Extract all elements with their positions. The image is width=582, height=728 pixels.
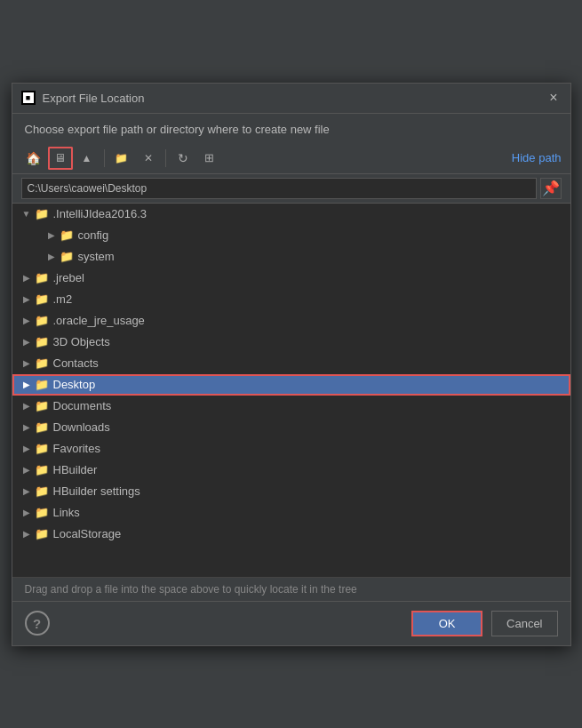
up-button[interactable]: ▲ bbox=[75, 147, 100, 170]
item-label-hbuilderset: HBuilder settings bbox=[53, 484, 140, 498]
tree-item-links[interactable]: ▶📁Links bbox=[12, 502, 570, 524]
expand-arrow-oracle[interactable]: ▶ bbox=[20, 316, 34, 325]
refresh-icon: ↻ bbox=[178, 151, 188, 165]
expand-arrow-documents[interactable]: ▶ bbox=[20, 401, 34, 411]
show-hidden-button[interactable]: ⊞ bbox=[197, 147, 222, 170]
expand-arrow-intellijidea[interactable]: ▼ bbox=[20, 209, 34, 219]
tree-item-jrebel[interactable]: ▶📁.jrebel bbox=[12, 268, 570, 289]
expand-arrow-links[interactable]: ▶ bbox=[20, 508, 34, 517]
item-label-documents: Documents bbox=[53, 399, 112, 412]
tree-item-hbuilder[interactable]: ▶📁HBuilder bbox=[12, 460, 570, 481]
up-icon: ▲ bbox=[82, 152, 92, 164]
expand-arrow-config[interactable]: ▶ bbox=[44, 230, 59, 240]
dialog-title: Export File Location bbox=[43, 92, 145, 105]
folder-icon-intellijidea: 📁 bbox=[34, 207, 50, 220]
folder-icon-downloads: 📁 bbox=[34, 420, 50, 434]
separator-2 bbox=[165, 149, 166, 167]
expand-arrow-downloads[interactable]: ▶ bbox=[20, 422, 34, 432]
expand-arrow-jrebel[interactable]: ▶ bbox=[20, 273, 34, 283]
title-bar: ■ Export File Location × bbox=[12, 84, 570, 114]
tree-item-favorites[interactable]: ▶📁Favorites bbox=[12, 438, 570, 460]
close-button[interactable]: × bbox=[546, 89, 561, 107]
item-label-downloads: Downloads bbox=[53, 420, 110, 434]
folder-icon-localstorage: 📁 bbox=[34, 527, 50, 540]
delete-icon: ✕ bbox=[144, 152, 153, 164]
refresh-button[interactable]: ↻ bbox=[171, 147, 195, 170]
item-label-desktop: Desktop bbox=[53, 378, 96, 391]
item-label-contacts: Contacts bbox=[53, 356, 99, 370]
path-bar: 📌 bbox=[12, 174, 570, 204]
hide-path-button[interactable]: Hide path bbox=[512, 151, 562, 164]
expand-arrow-hbuilder[interactable]: ▶ bbox=[20, 465, 34, 475]
item-label-m2: .m2 bbox=[53, 292, 73, 306]
item-label-links: Links bbox=[53, 506, 80, 519]
help-button[interactable]: ? bbox=[25, 611, 50, 636]
item-label-intellijidea: .IntelliJIdea2016.3 bbox=[53, 207, 147, 220]
item-label-favorites: Favorites bbox=[53, 442, 100, 455]
tree-item-config[interactable]: ▶📁config bbox=[12, 225, 570, 246]
tree-item-downloads[interactable]: ▶📁Downloads bbox=[12, 417, 570, 438]
desktop-button[interactable]: 🖥 bbox=[48, 147, 73, 170]
tree-item-system[interactable]: ▶📁system bbox=[12, 246, 570, 268]
tree-item-m2[interactable]: ▶📁.m2 bbox=[12, 289, 570, 310]
new-folder-icon: 📁 bbox=[115, 152, 128, 164]
footer: ? OK Cancel bbox=[12, 601, 570, 645]
expand-arrow-localstorage[interactable]: ▶ bbox=[20, 529, 34, 539]
item-label-system: system bbox=[78, 250, 115, 263]
expand-arrow-hbuilderset[interactable]: ▶ bbox=[20, 486, 34, 496]
item-label-localstorage: LocalStorage bbox=[53, 527, 122, 540]
path-input[interactable] bbox=[21, 178, 537, 199]
ok-button[interactable]: OK bbox=[411, 611, 482, 636]
tree-item-oracle[interactable]: ▶📁.oracle_jre_usage bbox=[12, 310, 570, 332]
cancel-button[interactable]: Cancel bbox=[491, 611, 557, 636]
expand-arrow-desktop[interactable]: ▶ bbox=[20, 380, 34, 389]
tree-item-3dobjects[interactable]: ▶📁3D Objects bbox=[12, 332, 570, 353]
tree-item-hbuilderset[interactable]: ▶📁HBuilder settings bbox=[12, 481, 570, 502]
separator-1 bbox=[104, 149, 105, 167]
file-tree[interactable]: ▼📁.IntelliJIdea2016.3▶📁config▶📁system▶📁.… bbox=[12, 204, 570, 577]
export-file-location-dialog: ■ Export File Location × Choose export f… bbox=[12, 83, 571, 646]
tree-item-contacts[interactable]: ▶📁Contacts bbox=[12, 353, 570, 374]
show-hidden-icon: ⊞ bbox=[204, 151, 214, 164]
drag-hint: Drag and drop a file into the space abov… bbox=[12, 577, 570, 601]
bookmark-icon: 📌 bbox=[542, 180, 560, 196]
folder-icon-favorites: 📁 bbox=[34, 442, 50, 455]
tree-item-desktop[interactable]: ▶📁Desktop bbox=[12, 374, 570, 396]
folder-icon-jrebel: 📁 bbox=[34, 271, 50, 284]
expand-arrow-m2[interactable]: ▶ bbox=[20, 294, 34, 304]
item-label-jrebel: .jrebel bbox=[53, 271, 84, 284]
tree-item-intellijidea[interactable]: ▼📁.IntelliJIdea2016.3 bbox=[12, 204, 570, 225]
folder-icon-hbuilderset: 📁 bbox=[34, 484, 50, 498]
home-icon: 🏠 bbox=[26, 151, 41, 165]
expand-arrow-system[interactable]: ▶ bbox=[44, 252, 59, 261]
delete-button[interactable]: ✕ bbox=[136, 147, 161, 170]
bookmark-button[interactable]: 📌 bbox=[540, 178, 562, 199]
folder-icon-contacts: 📁 bbox=[34, 356, 50, 370]
expand-arrow-contacts[interactable]: ▶ bbox=[20, 358, 34, 368]
expand-arrow-3dobjects[interactable]: ▶ bbox=[20, 337, 34, 347]
folder-icon-desktop: 📁 bbox=[34, 378, 50, 391]
folder-icon-oracle: 📁 bbox=[34, 314, 50, 327]
expand-arrow-favorites[interactable]: ▶ bbox=[20, 444, 34, 453]
folder-icon-links: 📁 bbox=[34, 506, 50, 519]
item-label-oracle: .oracle_jre_usage bbox=[53, 314, 145, 327]
home-button[interactable]: 🏠 bbox=[21, 147, 46, 170]
item-label-hbuilder: HBuilder bbox=[53, 463, 98, 476]
item-label-3dobjects: 3D Objects bbox=[53, 335, 110, 348]
tree-item-documents[interactable]: ▶📁Documents bbox=[12, 396, 570, 417]
tree-item-localstorage[interactable]: ▶📁LocalStorage bbox=[12, 524, 570, 545]
folder-icon-documents: 📁 bbox=[34, 399, 50, 412]
folder-icon-system: 📁 bbox=[59, 250, 75, 263]
new-folder-button[interactable]: 📁 bbox=[109, 147, 134, 170]
desktop-icon: 🖥 bbox=[54, 151, 66, 164]
description-text: Choose export file path or directory whe… bbox=[12, 114, 570, 143]
folder-icon-m2: 📁 bbox=[34, 292, 50, 306]
folder-icon-hbuilder: 📁 bbox=[34, 463, 50, 476]
folder-icon-3dobjects: 📁 bbox=[34, 335, 50, 348]
folder-icon-config: 📁 bbox=[59, 228, 75, 242]
item-label-config: config bbox=[78, 228, 109, 242]
app-icon: ■ bbox=[21, 91, 36, 105]
toolbar: 🏠 🖥 ▲ 📁 ✕ ↻ ⊞ Hide path bbox=[12, 143, 570, 174]
